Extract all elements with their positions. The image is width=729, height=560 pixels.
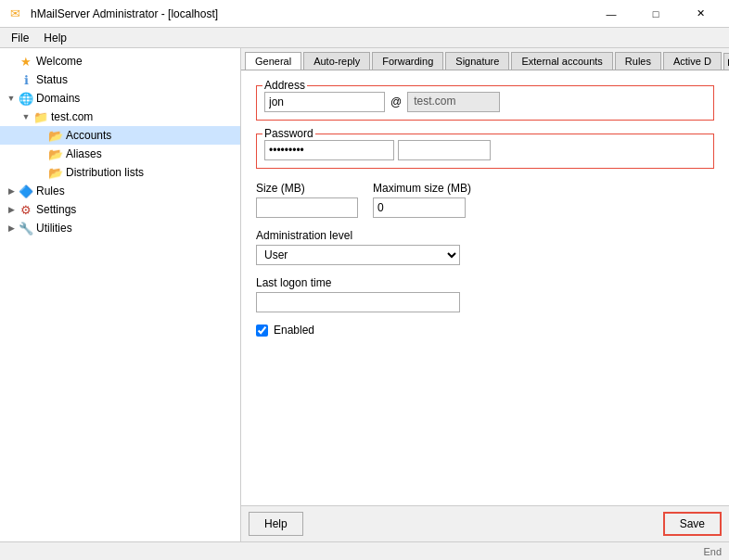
sidebar-item-utilities[interactable]: ▶ 🔧 Utilities: [0, 219, 240, 237]
size-label: Size (MB): [256, 182, 358, 195]
enabled-row: Enabled: [256, 324, 714, 337]
tab-external-accounts[interactable]: External accounts: [511, 52, 612, 70]
testcom-icon: 📁: [33, 109, 48, 124]
password-label: Password: [262, 127, 315, 140]
expand-status: [4, 72, 19, 87]
sidebar-label-welcome: Welcome: [36, 55, 83, 68]
last-logon-group: Last logon time: [256, 276, 714, 312]
title-bar: ✉ hMailServer Administrator - [localhost…: [0, 0, 729, 28]
main-layout: ★ Welcome ℹ Status ▼ 🌐 Domains ▼ 📁 test.…: [0, 48, 729, 541]
tab-autoreply[interactable]: Auto-reply: [303, 52, 370, 70]
address-group: Address @ test.com: [256, 85, 714, 121]
minimize-button[interactable]: —: [590, 0, 633, 28]
sidebar-item-domains[interactable]: ▼ 🌐 Domains: [0, 89, 240, 108]
content-area: General Auto-reply Forwarding Signature …: [241, 48, 729, 541]
expand-utilities: ▶: [4, 221, 19, 235]
status-icon: ℹ: [19, 72, 33, 87]
at-sign: @: [389, 95, 403, 108]
sidebar-label-rules: Rules: [36, 185, 65, 197]
enabled-label: Enabled: [274, 324, 314, 337]
tab-scroll-button[interactable]: ▶: [723, 53, 729, 70]
app-icon: ✉: [7, 6, 22, 21]
address-row: @ test.com: [264, 92, 706, 112]
menu-file[interactable]: File: [4, 30, 36, 46]
window-controls: — □ ✕: [590, 0, 722, 28]
sidebar-item-status[interactable]: ℹ Status: [0, 70, 240, 89]
admin-level-group: Administration level User Administrator: [256, 229, 714, 265]
sidebar-label-settings: Settings: [36, 203, 76, 216]
sidebar-label-utilities: Utilities: [36, 222, 72, 235]
password-row: [264, 140, 706, 160]
sidebar-item-distribution[interactable]: 📂 Distribution lists: [0, 163, 240, 182]
save-button[interactable]: Save: [663, 512, 722, 536]
sidebar-label-domains: Domains: [36, 92, 80, 105]
bottom-bar: Help Save: [241, 505, 729, 541]
size-group: Size (MB): [256, 182, 358, 218]
max-size-group: Maximum size (MB): [373, 182, 471, 218]
expand-distribution: [33, 165, 48, 180]
max-size-label: Maximum size (MB): [373, 182, 471, 195]
domain-display: test.com: [407, 92, 500, 112]
enabled-checkbox[interactable]: [256, 325, 268, 337]
tab-bar: General Auto-reply Forwarding Signature …: [241, 48, 729, 70]
sidebar-item-aliases[interactable]: 📂 Aliases: [0, 145, 240, 163]
address-input[interactable]: [264, 92, 385, 112]
expand-testcom: ▼: [19, 109, 33, 124]
sidebar-item-accounts[interactable]: 📂 Accounts: [0, 126, 240, 145]
last-logon-input[interactable]: [256, 292, 460, 312]
close-button[interactable]: ✕: [679, 0, 722, 28]
size-row: Size (MB) Maximum size (MB): [256, 182, 714, 218]
welcome-icon: ★: [19, 54, 33, 69]
expand-accounts: [33, 128, 48, 143]
tab-active-d[interactable]: Active D: [663, 52, 722, 70]
password-input[interactable]: [264, 140, 394, 160]
password-confirm-input[interactable]: [398, 140, 491, 160]
sidebar-label-distribution: Distribution lists: [66, 166, 144, 179]
settings-icon: ⚙: [19, 202, 33, 217]
utilities-icon: 🔧: [19, 221, 33, 235]
title-bar-left: ✉ hMailServer Administrator - [localhost…: [7, 6, 218, 21]
maximize-button[interactable]: □: [634, 0, 677, 28]
sidebar-item-welcome[interactable]: ★ Welcome: [0, 52, 240, 70]
expand-aliases: [33, 146, 48, 161]
sidebar: ★ Welcome ℹ Status ▼ 🌐 Domains ▼ 📁 test.…: [0, 48, 241, 541]
tab-general[interactable]: General: [245, 52, 301, 70]
expand-welcome: [4, 54, 19, 69]
max-size-input[interactable]: [373, 197, 466, 218]
accounts-icon: 📂: [48, 128, 63, 143]
password-group: Password: [256, 134, 714, 169]
help-button[interactable]: Help: [249, 512, 303, 536]
tab-rules[interactable]: Rules: [615, 52, 661, 70]
sidebar-label-status: Status: [36, 73, 68, 86]
sidebar-item-testcom[interactable]: ▼ 📁 test.com: [0, 108, 240, 126]
domains-icon: 🌐: [19, 91, 33, 106]
sidebar-item-rules[interactable]: ▶ 🔷 Rules: [0, 182, 240, 200]
sidebar-label-accounts: Accounts: [66, 129, 111, 142]
tab-forwarding[interactable]: Forwarding: [372, 52, 443, 70]
status-bar: End: [0, 541, 729, 560]
sidebar-label-testcom: test.com: [51, 110, 93, 123]
aliases-icon: 📂: [48, 146, 63, 161]
admin-level-select[interactable]: User Administrator: [256, 245, 460, 265]
menu-bar: File Help: [0, 28, 729, 48]
status-text: End: [703, 546, 722, 557]
admin-level-label: Administration level: [256, 229, 714, 242]
expand-settings: ▶: [4, 202, 19, 217]
sidebar-item-settings[interactable]: ▶ ⚙ Settings: [0, 200, 240, 219]
sidebar-label-aliases: Aliases: [66, 147, 102, 160]
form-area: Address @ test.com Password Size (MB): [241, 70, 729, 505]
window-title: hMailServer Administrator - [localhost]: [31, 7, 218, 20]
menu-help[interactable]: Help: [36, 30, 74, 46]
expand-rules: ▶: [4, 184, 19, 198]
expand-domains: ▼: [4, 91, 19, 106]
tab-signature[interactable]: Signature: [445, 52, 509, 70]
rules-icon: 🔷: [19, 184, 33, 198]
address-label: Address: [262, 79, 307, 92]
last-logon-label: Last logon time: [256, 276, 714, 289]
distribution-icon: 📂: [48, 165, 63, 180]
size-input[interactable]: [256, 197, 358, 218]
